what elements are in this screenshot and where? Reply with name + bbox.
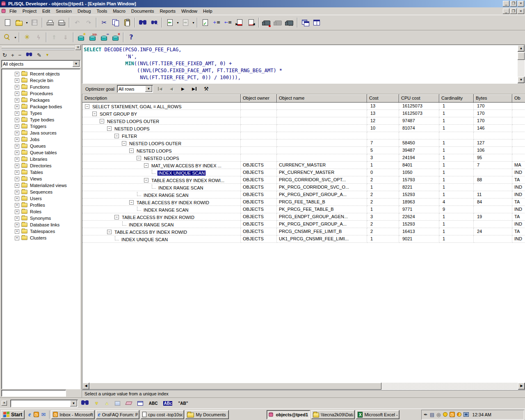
find-button[interactable] [137,17,148,28]
expand-plus-icon[interactable]: + [15,164,19,168]
find-input-combo[interactable]: ▼ [10,399,78,407]
tile-windows-button[interactable] [311,17,322,28]
scroll-left-icon[interactable]: ◀ [82,383,89,390]
plan-row[interactable]: INDEX RANGE SCANOBJECTSPK_PRCG_ENDPT_GRO… [82,221,525,228]
collapse-minus-icon[interactable]: − [85,104,89,109]
expand-plus-icon[interactable]: + [15,229,19,234]
find-database-objects-button[interactable]: ∞ [98,32,110,43]
next-item-button[interactable]: ⇒ [180,17,191,28]
sidebar-item-tablespaces[interactable]: +Tablespaces [1,228,80,235]
mark-all-icon[interactable] [115,401,120,406]
sidebar-item-directories[interactable]: +Directories [1,162,80,169]
kill-session-button[interactable]: ✕ [110,32,121,43]
sidebar-item-sequences[interactable]: +Sequences [1,189,80,195]
expand-plus-icon[interactable]: + [15,131,19,135]
sidebar-item-package-bodies[interactable]: +Package bodies [1,103,80,110]
sidebar-footer-field[interactable] [1,390,66,397]
sidebar-item-materialized-views[interactable]: +Materialized views [1,182,80,189]
collapse-minus-icon[interactable]: − [144,178,148,183]
collapse-minus-icon[interactable]: − [144,163,148,168]
find-next-button[interactable]: → [148,17,160,28]
expand-plus-icon[interactable]: + [15,223,19,227]
column-header-cpu-cost[interactable]: CPU cost [399,94,439,103]
undo-button[interactable]: ↶ [71,17,83,28]
plan-row[interactable]: INDEX RANGE SCANOBJECTSPK_PRCG_ENDPT_GRO… [82,191,525,199]
print-button[interactable] [44,17,56,28]
expand-plus-icon[interactable]: + [15,196,19,201]
collapse-minus-icon[interactable]: − [107,126,112,131]
sidebar-item-queues[interactable]: +Queues [1,143,80,149]
collapse-minus-icon[interactable]: − [114,215,119,219]
column-header-bytes[interactable]: Bytes [474,94,512,103]
plan-row[interactable]: −FILTER [82,132,525,139]
preferences-wrench-icon[interactable]: ⚒ [204,86,209,92]
chevron-down-icon[interactable]: ▼ [145,86,152,92]
sidebar-item-java-sources[interactable]: +Java sources [1,130,80,136]
quick-launch-outlook-express[interactable]: ✉ [41,412,46,418]
expand-plus-icon[interactable]: + [15,78,19,83]
sql-text[interactable]: SELECT DECODE(PCSO.INFO_FEE_FLAG, 'N', M… [82,45,518,83]
chevron-down-icon[interactable]: ▼ [192,21,195,24]
column-header-cost[interactable]: Cost [367,94,399,103]
pen-icon[interactable]: ✒ [424,412,428,417]
mdi-close-button[interactable]: × [518,9,524,14]
sidebar-item-profiles[interactable]: +Profiles [1,202,80,208]
menu-project[interactable]: Project [20,8,39,14]
scroll-up-icon[interactable]: ▲ [518,45,525,52]
expand-plus-icon[interactable]: + [15,111,19,116]
commit-button[interactable]: ⇑ [48,32,60,43]
whole-word-button[interactable]: "AB" [178,401,188,406]
first-record-button[interactable]: ◀ [155,85,164,93]
plan-row[interactable]: −SORT GROUP BY13161250731170 [82,110,525,117]
filter-icon[interactable]: ▼ [46,53,49,57]
collapse-minus-icon[interactable]: − [137,156,141,160]
unindent-button[interactable]: ←≡ [222,17,234,28]
menu-file[interactable]: File [7,8,20,14]
scrollbar-thumb[interactable] [518,52,525,60]
optimizer-goal-combo[interactable]: All rows ▼ [117,85,153,93]
mdi-minimize-button[interactable]: _ [503,9,509,14]
task-button[interactable]: objects@tped1 [267,410,310,419]
collapse-minus-icon[interactable]: − [114,134,119,138]
preferences-button[interactable]: ✳ [21,32,33,43]
play-macro-button[interactable]: ••• [284,17,295,28]
column-header-cardinality[interactable]: Cardinality [439,94,474,103]
sidebar-item-procedures[interactable]: +Procedures [1,90,80,97]
prior-record-button[interactable]: ◀ [167,85,176,93]
quick-launch-internet-explorer[interactable]: e [28,411,31,418]
cut-button[interactable]: ✂ [98,17,110,28]
expand-plus-icon[interactable]: + [15,124,19,129]
find-next-down-icon[interactable]: ▼ [94,401,99,406]
plan-row[interactable]: −SELECT STATEMENT, GOAL = ALL_ROWS131612… [82,103,525,110]
column-header-object-owner[interactable]: Object owner [241,94,277,103]
column-header-object-name[interactable]: Object name [277,94,367,103]
collapse-minus-icon[interactable]: − [100,119,104,123]
expand-plus-icon[interactable]: + [15,118,19,122]
journal-icon[interactable]: ▤ [430,412,434,417]
plan-row[interactable]: −NESTED LOOPS5394871106 [82,147,525,154]
task-button[interactable]: ◷Inbox - Microsoft ... [51,410,95,419]
redo-button[interactable]: ↷ [83,17,94,28]
scroll-right-icon[interactable]: ▶ [518,383,525,390]
next-record-button[interactable]: ▶ [178,85,187,93]
plan-row[interactable]: INDEX UNIQUE SCANOBJECTSUK1_PRCG_CNSMR_F… [82,235,525,243]
plan-row[interactable]: −NESTED LOOPS324194195 [82,154,525,162]
task-button[interactable]: cpu cost -top10sql.... [141,410,184,419]
record-macro-button[interactable] [261,17,272,28]
sidebar-item-packages[interactable]: +Packages [1,97,80,103]
new-sql-window-button[interactable]: ☀ [75,32,87,43]
close-button[interactable]: × [518,1,524,7]
restore-button[interactable]: ❐ [510,1,517,7]
find-object-icon[interactable] [25,52,33,58]
scrollbar-thumb[interactable] [89,383,381,390]
describe-button[interactable]: ✓ [199,17,211,28]
menu-reports[interactable]: Reports [157,8,178,14]
volume-icon[interactable]: ◎ [436,412,441,417]
sidebar-item-recent-objects[interactable]: +Recent objects [1,71,80,77]
save-button[interactable] [29,17,40,28]
collapse-minus-icon[interactable]: − [92,112,97,116]
start-button[interactable]: Start [1,410,25,419]
collapse-minus-icon[interactable]: − [129,148,134,153]
mdi-child-icon[interactable] [1,9,7,14]
title-bar[interactable]: PL/SQL Developer - objects@tped1 - [Expl… [0,0,525,7]
